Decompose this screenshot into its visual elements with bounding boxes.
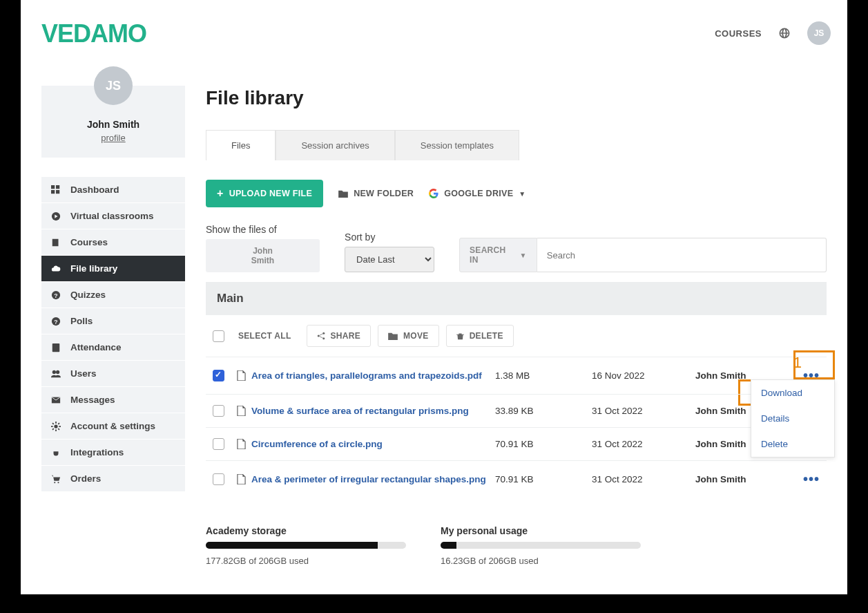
grid-icon bbox=[51, 185, 61, 195]
dropdown-details[interactable]: Details bbox=[751, 406, 834, 431]
plug-icon bbox=[51, 448, 61, 458]
sidebar-item-polls[interactable]: ?Polls bbox=[41, 308, 185, 334]
file-icon bbox=[237, 370, 246, 381]
envelope-icon bbox=[51, 395, 61, 405]
move-button[interactable]: MOVE bbox=[378, 325, 439, 347]
sidebar-item-courses[interactable]: Courses bbox=[41, 229, 185, 256]
profile-card: JS John Smith profile bbox=[41, 86, 185, 158]
svg-text:?: ? bbox=[54, 318, 57, 325]
tab-files[interactable]: Files bbox=[206, 130, 276, 160]
sort-by-select[interactable]: Date Last bbox=[345, 247, 434, 272]
svg-point-15 bbox=[54, 482, 55, 483]
button-label: SEARCH IN bbox=[470, 245, 517, 265]
google-icon bbox=[429, 189, 438, 198]
sidebar-item-orders[interactable]: Orders bbox=[41, 466, 185, 492]
sidebar-item-virtual-classrooms[interactable]: Virtual classrooms bbox=[41, 203, 185, 229]
folder-title: Main bbox=[206, 282, 827, 315]
search-input[interactable] bbox=[537, 238, 827, 272]
folder-icon bbox=[338, 189, 348, 198]
sidebar-item-integrations[interactable]: Integrations bbox=[41, 440, 185, 466]
svg-point-14 bbox=[54, 424, 57, 428]
courses-link[interactable]: COURSES bbox=[715, 28, 762, 39]
svg-point-16 bbox=[57, 482, 59, 483]
row-checkbox[interactable] bbox=[213, 370, 224, 381]
annotation-number-1: 1 bbox=[793, 354, 802, 372]
sidebar-item-dashboard[interactable]: Dashboard bbox=[41, 177, 185, 203]
file-owner: John Smith bbox=[695, 474, 792, 484]
globe-icon[interactable] bbox=[778, 27, 791, 39]
profile-avatar: JS bbox=[94, 66, 133, 105]
upload-new-file-button[interactable]: +UPLOAD NEW FILE bbox=[206, 180, 323, 207]
button-label: SHARE bbox=[331, 331, 361, 341]
sidebar-item-users[interactable]: Users bbox=[41, 361, 185, 387]
dropdown-download[interactable]: Download bbox=[751, 380, 834, 406]
sidebar-item-label: Dashboard bbox=[70, 185, 119, 195]
sidebar-item-label: Orders bbox=[70, 473, 101, 484]
sidebar-item-label: Account & settings bbox=[70, 421, 155, 431]
personal-usage-label: My personal usage bbox=[441, 525, 641, 536]
play-circle-icon bbox=[51, 211, 61, 221]
academy-storage-text: 177.82GB of 206GB used bbox=[206, 556, 406, 566]
plus-icon: + bbox=[217, 187, 224, 200]
row-checkbox[interactable] bbox=[213, 473, 224, 485]
table-row: Area & perimeter of irregular rectangula… bbox=[206, 460, 827, 498]
row-actions-button[interactable]: ••• bbox=[803, 471, 820, 487]
sidebar-item-label: Polls bbox=[70, 316, 93, 326]
file-name-link[interactable]: Area & perimeter of irregular rectangula… bbox=[251, 474, 486, 484]
file-date: 16 Nov 2022 bbox=[592, 370, 695, 381]
select-all-checkbox[interactable] bbox=[213, 330, 224, 342]
page-title: File library bbox=[206, 87, 827, 109]
button-label: UPLOAD NEW FILE bbox=[229, 189, 312, 198]
sidebar-item-label: Attendance bbox=[70, 342, 122, 352]
row-actions-dropdown: Download Details Delete bbox=[751, 379, 835, 458]
tab-session-archives[interactable]: Session archives bbox=[276, 130, 394, 160]
row-checkbox[interactable] bbox=[213, 405, 224, 417]
tab-session-templates[interactable]: Session templates bbox=[395, 130, 519, 160]
trash-icon bbox=[456, 332, 464, 341]
new-folder-button[interactable]: NEW FOLDER bbox=[338, 189, 414, 198]
academy-storage-label: Academy storage bbox=[206, 525, 406, 536]
google-drive-button[interactable]: GOOGLE DRIVE▼ bbox=[429, 189, 525, 198]
sidebar-item-label: File library bbox=[70, 263, 117, 274]
file-name-link[interactable]: Circumference of a circle.png bbox=[251, 439, 383, 449]
delete-button[interactable]: DELETE bbox=[446, 325, 514, 347]
sidebar-item-label: Courses bbox=[70, 237, 108, 247]
file-date: 31 Oct 2022 bbox=[592, 474, 695, 484]
caret-down-icon: ▼ bbox=[520, 252, 527, 259]
profile-link[interactable]: profile bbox=[101, 133, 125, 143]
table-row: Area of triangles, parallelograms and tr… bbox=[206, 357, 827, 394]
share-button[interactable]: SHARE bbox=[307, 325, 372, 347]
cart-icon bbox=[51, 474, 61, 484]
show-files-of-label: Show the files of bbox=[206, 224, 320, 235]
sidebar-item-attendance[interactable]: Attendance bbox=[41, 334, 185, 361]
users-icon bbox=[51, 369, 61, 379]
profile-name: John Smith bbox=[48, 119, 178, 130]
svg-point-19 bbox=[322, 337, 325, 339]
file-name-link[interactable]: Volume & surface area of rectangular pri… bbox=[251, 406, 469, 416]
dropdown-delete[interactable]: Delete bbox=[751, 431, 834, 457]
sidebar-item-label: Quizzes bbox=[70, 290, 106, 300]
file-name-link[interactable]: Area of triangles, parallelograms and tr… bbox=[251, 370, 482, 381]
file-date: 31 Oct 2022 bbox=[592, 439, 695, 449]
file-icon bbox=[237, 474, 246, 484]
sidebar-item-account-settings[interactable]: Account & settings bbox=[41, 413, 185, 440]
sidebar-item-file-library[interactable]: File library bbox=[41, 256, 185, 282]
button-label: GOOGLE DRIVE bbox=[444, 189, 513, 198]
svg-rect-3 bbox=[56, 190, 59, 194]
caret-down-icon: ▼ bbox=[519, 190, 525, 198]
sidebar-item-label: Messages bbox=[70, 395, 115, 405]
svg-rect-10 bbox=[52, 343, 60, 351]
row-checkbox[interactable] bbox=[213, 438, 224, 450]
button-label: DELETE bbox=[470, 331, 503, 341]
header-avatar[interactable]: JS bbox=[807, 21, 831, 45]
show-files-of-value[interactable]: John Smith bbox=[206, 239, 320, 272]
search-in-button[interactable]: SEARCH IN▼ bbox=[459, 238, 537, 272]
sidebar-item-label: Virtual classrooms bbox=[70, 211, 154, 221]
sidebar-item-messages[interactable]: Messages bbox=[41, 387, 185, 413]
tab-bar: Files Session archives Session templates bbox=[206, 130, 827, 160]
personal-usage-text: 16.23GB of 206GB used bbox=[441, 556, 641, 566]
sidebar-item-quizzes[interactable]: ?Quizzes bbox=[41, 282, 185, 308]
sort-by-label: Sort by bbox=[345, 232, 434, 243]
svg-rect-0 bbox=[51, 185, 55, 189]
svg-point-11 bbox=[52, 370, 56, 373]
